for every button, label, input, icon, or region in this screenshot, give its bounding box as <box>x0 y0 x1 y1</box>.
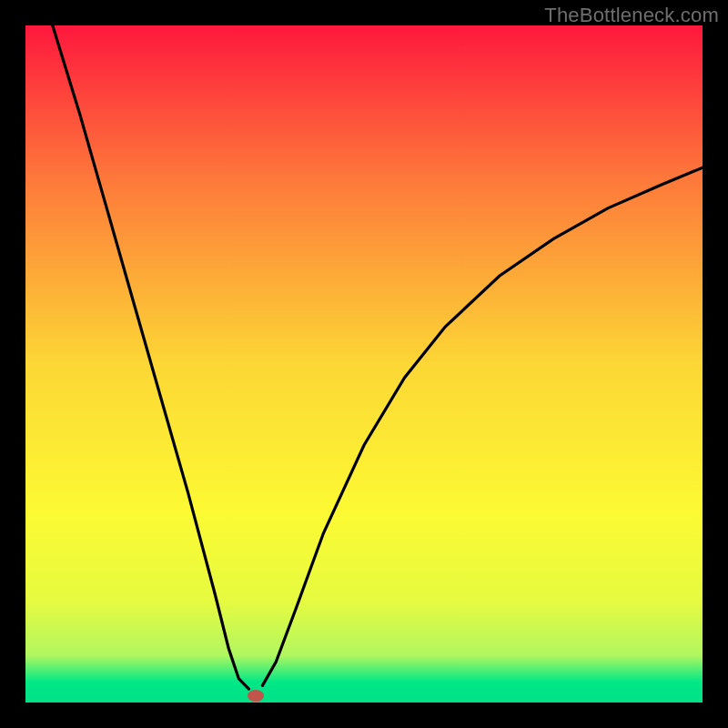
chart-svg <box>25 25 703 703</box>
gradient-background <box>25 25 703 703</box>
watermark-text: TheBottleneck.com <box>544 4 719 27</box>
minimum-marker <box>248 690 264 702</box>
plot-area <box>25 25 703 703</box>
chart-frame: TheBottleneck.com <box>0 0 728 728</box>
